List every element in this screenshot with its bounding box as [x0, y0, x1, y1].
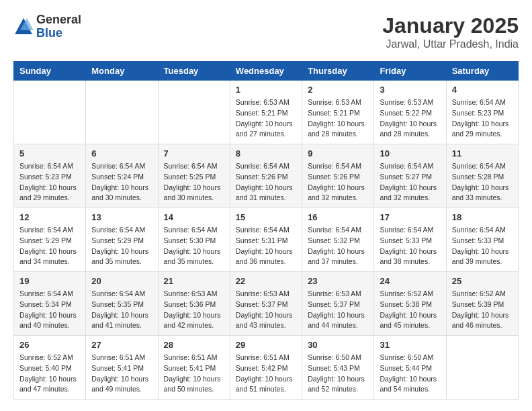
calendar-cell: 17Sunrise: 6:54 AMSunset: 5:33 PMDayligh… — [374, 208, 446, 272]
day-info: Sunrise: 6:53 AMSunset: 5:21 PMDaylight:… — [236, 97, 296, 140]
calendar-cell: 24Sunrise: 6:52 AMSunset: 5:38 PMDayligh… — [374, 272, 446, 336]
day-number: 19 — [19, 276, 80, 286]
day-number: 23 — [308, 276, 368, 286]
day-info: Sunrise: 6:54 AMSunset: 5:24 PMDaylight:… — [91, 161, 152, 203]
day-number: 5 — [19, 148, 80, 158]
weekday-header: Saturday — [446, 62, 518, 81]
calendar-cell: 12Sunrise: 6:54 AMSunset: 5:29 PMDayligh… — [14, 208, 86, 272]
day-info: Sunrise: 6:54 AMSunset: 5:25 PMDaylight:… — [164, 161, 224, 203]
day-info: Sunrise: 6:54 AMSunset: 5:31 PMDaylight:… — [236, 225, 296, 267]
calendar-cell: 19Sunrise: 6:54 AMSunset: 5:34 PMDayligh… — [14, 272, 86, 336]
day-info: Sunrise: 6:54 AMSunset: 5:29 PMDaylight:… — [19, 225, 80, 267]
weekday-header: Sunday — [14, 62, 86, 81]
day-info: Sunrise: 6:53 AMSunset: 5:22 PMDaylight:… — [380, 97, 440, 140]
calendar-cell — [446, 336, 518, 400]
day-info: Sunrise: 6:53 AMSunset: 5:37 PMDaylight:… — [236, 289, 296, 331]
day-number: 24 — [380, 276, 440, 286]
calendar-cell: 4Sunrise: 6:54 AMSunset: 5:23 PMDaylight… — [446, 81, 518, 144]
calendar-cell: 9Sunrise: 6:54 AMSunset: 5:26 PMDaylight… — [302, 144, 374, 208]
day-number: 4 — [452, 85, 513, 95]
day-number: 16 — [308, 212, 368, 222]
day-number: 8 — [236, 148, 296, 158]
calendar-cell: 15Sunrise: 6:54 AMSunset: 5:31 PMDayligh… — [230, 208, 302, 272]
calendar-week-row: 5Sunrise: 6:54 AMSunset: 5:23 PMDaylight… — [14, 144, 519, 208]
day-info: Sunrise: 6:50 AMSunset: 5:44 PMDaylight:… — [380, 353, 440, 395]
day-info: Sunrise: 6:52 AMSunset: 5:40 PMDaylight:… — [19, 353, 80, 395]
day-info: Sunrise: 6:50 AMSunset: 5:43 PMDaylight:… — [308, 353, 368, 395]
day-number: 22 — [236, 276, 296, 286]
calendar-cell: 29Sunrise: 6:51 AMSunset: 5:42 PMDayligh… — [230, 336, 302, 400]
day-number: 11 — [452, 148, 513, 158]
day-info: Sunrise: 6:53 AMSunset: 5:36 PMDaylight:… — [164, 289, 224, 331]
day-info: Sunrise: 6:54 AMSunset: 5:23 PMDaylight:… — [452, 97, 513, 140]
day-info: Sunrise: 6:54 AMSunset: 5:26 PMDaylight:… — [308, 161, 368, 203]
day-number: 29 — [236, 340, 296, 350]
calendar-cell: 6Sunrise: 6:54 AMSunset: 5:24 PMDaylight… — [86, 144, 158, 208]
day-info: Sunrise: 6:51 AMSunset: 5:41 PMDaylight:… — [91, 353, 152, 395]
day-number: 15 — [236, 212, 296, 222]
day-number: 2 — [308, 85, 368, 95]
calendar-week-row: 12Sunrise: 6:54 AMSunset: 5:29 PMDayligh… — [14, 208, 519, 272]
day-info: Sunrise: 6:54 AMSunset: 5:33 PMDaylight:… — [380, 225, 440, 267]
day-info: Sunrise: 6:54 AMSunset: 5:35 PMDaylight:… — [91, 289, 152, 331]
day-info: Sunrise: 6:52 AMSunset: 5:39 PMDaylight:… — [452, 289, 513, 331]
calendar-week-row: 26Sunrise: 6:52 AMSunset: 5:40 PMDayligh… — [14, 336, 519, 400]
calendar-cell: 1Sunrise: 6:53 AMSunset: 5:21 PMDaylight… — [230, 81, 302, 144]
day-number: 3 — [380, 85, 440, 95]
day-number: 31 — [380, 340, 440, 350]
day-info: Sunrise: 6:54 AMSunset: 5:27 PMDaylight:… — [380, 161, 440, 203]
day-number: 1 — [236, 85, 296, 95]
logo: General Blue — [13, 13, 81, 40]
calendar-cell: 14Sunrise: 6:54 AMSunset: 5:30 PMDayligh… — [158, 208, 230, 272]
day-info: Sunrise: 6:54 AMSunset: 5:33 PMDaylight:… — [452, 225, 513, 267]
calendar-cell: 26Sunrise: 6:52 AMSunset: 5:40 PMDayligh… — [14, 336, 86, 400]
calendar-cell: 20Sunrise: 6:54 AMSunset: 5:35 PMDayligh… — [86, 272, 158, 336]
page-header: General Blue January 2025 Jarwal, Uttar … — [13, 13, 519, 50]
calendar-cell: 2Sunrise: 6:53 AMSunset: 5:21 PMDaylight… — [302, 81, 374, 144]
day-number: 26 — [19, 340, 80, 350]
day-number: 17 — [380, 212, 440, 222]
calendar-cell: 23Sunrise: 6:53 AMSunset: 5:37 PMDayligh… — [302, 272, 374, 336]
month-title: January 2025 — [382, 13, 519, 38]
weekday-header: Monday — [86, 62, 158, 81]
day-info: Sunrise: 6:52 AMSunset: 5:38 PMDaylight:… — [380, 289, 440, 331]
day-number: 7 — [164, 148, 224, 158]
day-number: 12 — [19, 212, 80, 222]
day-info: Sunrise: 6:54 AMSunset: 5:34 PMDaylight:… — [19, 289, 80, 331]
day-number: 6 — [91, 148, 152, 158]
day-info: Sunrise: 6:51 AMSunset: 5:42 PMDaylight:… — [236, 353, 296, 395]
logo-general: General — [36, 13, 81, 27]
calendar-header-row: SundayMondayTuesdayWednesdayThursdayFrid… — [14, 62, 519, 81]
calendar-cell — [158, 81, 230, 144]
location: Jarwal, Uttar Pradesh, India — [382, 38, 519, 50]
calendar-cell — [14, 81, 86, 144]
day-info: Sunrise: 6:51 AMSunset: 5:41 PMDaylight:… — [164, 353, 224, 395]
day-info: Sunrise: 6:54 AMSunset: 5:26 PMDaylight:… — [236, 161, 296, 203]
calendar-cell: 5Sunrise: 6:54 AMSunset: 5:23 PMDaylight… — [14, 144, 86, 208]
calendar-cell: 30Sunrise: 6:50 AMSunset: 5:43 PMDayligh… — [302, 336, 374, 400]
day-number: 25 — [452, 276, 513, 286]
day-number: 9 — [308, 148, 368, 158]
calendar-cell: 7Sunrise: 6:54 AMSunset: 5:25 PMDaylight… — [158, 144, 230, 208]
calendar-week-row: 1Sunrise: 6:53 AMSunset: 5:21 PMDaylight… — [14, 81, 519, 144]
calendar-cell: 13Sunrise: 6:54 AMSunset: 5:29 PMDayligh… — [86, 208, 158, 272]
day-number: 30 — [308, 340, 368, 350]
day-info: Sunrise: 6:54 AMSunset: 5:30 PMDaylight:… — [164, 225, 224, 267]
weekday-header: Friday — [374, 62, 446, 81]
day-info: Sunrise: 6:53 AMSunset: 5:37 PMDaylight:… — [308, 289, 368, 331]
day-number: 18 — [452, 212, 513, 222]
day-number: 21 — [164, 276, 224, 286]
day-info: Sunrise: 6:53 AMSunset: 5:21 PMDaylight:… — [308, 97, 368, 140]
day-number: 28 — [164, 340, 224, 350]
logo-icon — [13, 17, 34, 37]
calendar-cell: 8Sunrise: 6:54 AMSunset: 5:26 PMDaylight… — [230, 144, 302, 208]
calendar-cell: 11Sunrise: 6:54 AMSunset: 5:28 PMDayligh… — [446, 144, 518, 208]
weekday-header: Thursday — [302, 62, 374, 81]
day-number: 13 — [91, 212, 152, 222]
day-info: Sunrise: 6:54 AMSunset: 5:32 PMDaylight:… — [308, 225, 368, 267]
calendar-cell: 3Sunrise: 6:53 AMSunset: 5:22 PMDaylight… — [374, 81, 446, 144]
day-number: 27 — [91, 340, 152, 350]
calendar-cell: 28Sunrise: 6:51 AMSunset: 5:41 PMDayligh… — [158, 336, 230, 400]
calendar-cell: 27Sunrise: 6:51 AMSunset: 5:41 PMDayligh… — [86, 336, 158, 400]
calendar-cell: 31Sunrise: 6:50 AMSunset: 5:44 PMDayligh… — [374, 336, 446, 400]
